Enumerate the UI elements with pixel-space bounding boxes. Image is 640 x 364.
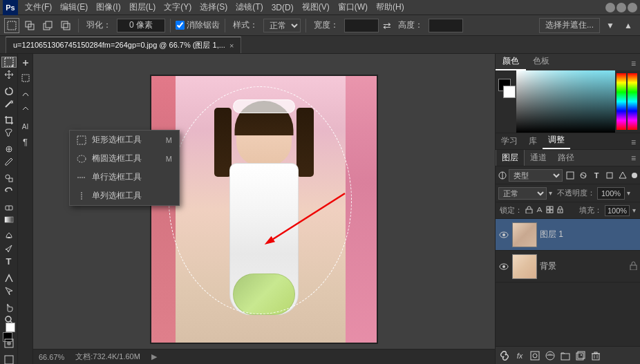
- lock-pixels-icon[interactable]: [525, 206, 533, 215]
- lock-artboard-icon[interactable]: [546, 206, 554, 215]
- antialiasing-check[interactable]: 消除锯齿: [176, 19, 220, 31]
- move-tool[interactable]: [1, 69, 17, 80]
- alpha-bar[interactable]: [628, 73, 637, 130]
- healing-tool[interactable]: [1, 144, 17, 155]
- clone-tool[interactable]: [1, 173, 17, 184]
- layer-1-visibility[interactable]: [498, 261, 509, 272]
- select-mask-btn[interactable]: 选择并遮住...: [539, 18, 600, 33]
- menu-edit[interactable]: 编辑(E): [56, 0, 92, 15]
- add-selection-btn[interactable]: [22, 18, 37, 33]
- new-adjustment-btn[interactable]: [544, 349, 556, 362]
- layer-filter-select[interactable]: 类型: [509, 169, 563, 182]
- minimize-btn[interactable]: [605, 3, 615, 12]
- lasso-tool[interactable]: [1, 86, 17, 97]
- link-layers-btn[interactable]: [498, 349, 511, 362]
- magic-wand-tool[interactable]: [1, 98, 17, 109]
- context-menu-item-single-col[interactable]: 单列选框工具: [70, 186, 179, 205]
- vert-icon-1[interactable]: [19, 57, 32, 69]
- vert-icon-3[interactable]: [19, 87, 32, 99]
- vert-icon-2[interactable]: [19, 72, 32, 84]
- color-gradient-area[interactable]: [516, 70, 615, 133]
- lock-position-icon[interactable]: [536, 206, 543, 215]
- swap-dimensions-btn[interactable]: ⇄: [383, 20, 391, 31]
- context-menu-item-ellipse[interactable]: 椭圆选框工具 M: [70, 149, 179, 168]
- marquee-tool[interactable]: [1, 57, 17, 68]
- menu-select[interactable]: 选择(S): [196, 0, 232, 15]
- sub-panel-menu[interactable]: ≡: [627, 135, 640, 149]
- selection-mode-btn[interactable]: [4, 18, 19, 33]
- new-layer-btn[interactable]: [574, 349, 587, 362]
- height-input[interactable]: [429, 19, 463, 32]
- blend-mode-select[interactable]: 正常: [498, 187, 547, 200]
- menu-help[interactable]: 帮助(H): [372, 0, 408, 15]
- feather-input[interactable]: [117, 19, 165, 32]
- filter-adj-icon[interactable]: [578, 170, 589, 181]
- delete-layer-btn[interactable]: [590, 349, 602, 362]
- menu-view[interactable]: 视图(V): [298, 0, 334, 15]
- filter-kind-icon[interactable]: [565, 170, 576, 181]
- crop-tool[interactable]: [1, 115, 17, 126]
- quick-mask-btn[interactable]: [1, 338, 17, 349]
- color-tab[interactable]: 颜色: [496, 53, 526, 70]
- layer-item-0[interactable]: 图层 1: [496, 219, 640, 251]
- menu-window[interactable]: 窗口(W): [334, 0, 372, 15]
- menu-text[interactable]: 文字(Y): [160, 0, 196, 15]
- filter-text-icon[interactable]: T: [591, 170, 602, 181]
- menu-3d[interactable]: 3D(D): [267, 1, 298, 14]
- swatches-tab[interactable]: 色板: [526, 53, 556, 70]
- layers-panel-menu[interactable]: ≡: [627, 153, 640, 163]
- pen-tool[interactable]: [1, 243, 17, 254]
- vert-icon-4[interactable]: [19, 102, 32, 115]
- fill-input[interactable]: [605, 205, 630, 216]
- color-panel-menu[interactable]: ≡: [627, 57, 640, 70]
- fx-btn[interactable]: fx: [514, 349, 526, 362]
- subtract-selection-btn[interactable]: [40, 18, 55, 33]
- channels-tab[interactable]: 通道: [525, 150, 552, 166]
- paths-tab[interactable]: 路径: [552, 150, 580, 166]
- canvas-area[interactable]: 矩形选框工具 M 椭圆选框工具 M 单行选框工具: [33, 54, 495, 364]
- learn-tab[interactable]: 学习: [496, 133, 523, 149]
- text-tool[interactable]: T: [1, 256, 17, 267]
- history-brush-tool[interactable]: [1, 185, 17, 196]
- fill-arrow[interactable]: ▾: [632, 207, 636, 214]
- vert-icon-5[interactable]: AI: [19, 120, 32, 133]
- close-btn[interactable]: [628, 3, 637, 12]
- screen-mode-btn[interactable]: [1, 354, 17, 364]
- menu-filter[interactable]: 滤镜(T): [232, 0, 267, 15]
- hand-tool[interactable]: [1, 302, 17, 313]
- direct-select-tool[interactable]: [1, 285, 17, 296]
- vert-icon-6[interactable]: ¶: [19, 135, 32, 148]
- toolbar-share-btn[interactable]: ▲: [621, 18, 636, 33]
- layers-tab[interactable]: 图层: [496, 150, 525, 166]
- new-group-btn[interactable]: [559, 349, 572, 362]
- filter-toggle[interactable]: [632, 173, 637, 178]
- menu-image[interactable]: 图像(I): [92, 0, 124, 15]
- add-mask-btn[interactable]: [529, 349, 541, 362]
- layer-item-1[interactable]: 背景: [496, 251, 640, 282]
- adjustments-tab[interactable]: 调整: [543, 132, 570, 149]
- dodge-tool[interactable]: [1, 231, 17, 242]
- brush-tool[interactable]: [1, 156, 17, 167]
- toolbar-extra-btn[interactable]: ▼: [603, 18, 618, 33]
- color-picker[interactable]: [496, 70, 640, 133]
- context-menu-item-single-row[interactable]: 单行选框工具: [70, 168, 179, 186]
- background-color[interactable]: [503, 86, 516, 98]
- eyedropper-tool[interactable]: [1, 127, 17, 138]
- opacity-input[interactable]: [597, 187, 625, 200]
- opacity-arrow[interactable]: ▾: [627, 189, 630, 197]
- lock-all-icon[interactable]: [556, 206, 564, 215]
- library-tab[interactable]: 库: [523, 133, 543, 149]
- menu-layer[interactable]: 图层(L): [125, 0, 160, 15]
- maximize-btn[interactable]: [617, 3, 626, 12]
- style-select[interactable]: 正常: [263, 19, 301, 32]
- intersect-selection-btn[interactable]: [58, 18, 73, 33]
- color-spectrum[interactable]: [617, 73, 626, 130]
- eraser-tool[interactable]: [1, 202, 17, 213]
- tab-close-btn[interactable]: ×: [229, 41, 234, 50]
- path-select-tool[interactable]: [1, 273, 17, 284]
- width-input[interactable]: [344, 19, 379, 32]
- gradient-tool[interactable]: [1, 214, 17, 225]
- filter-shape-icon[interactable]: [604, 170, 615, 181]
- blend-arrow[interactable]: ▾: [549, 189, 552, 197]
- filter-smart-icon[interactable]: [617, 170, 628, 181]
